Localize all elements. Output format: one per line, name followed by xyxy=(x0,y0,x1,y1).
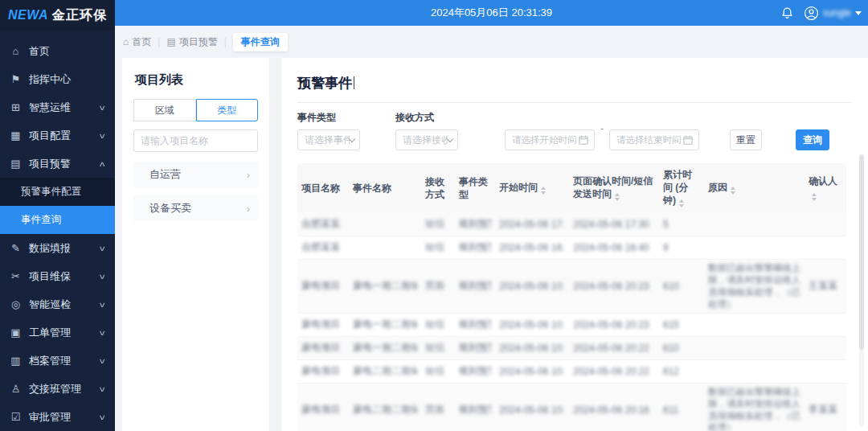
cell-confirmer: 王某某 xyxy=(809,279,842,293)
warning-events-panel: 预警事件 事件类型 请选择事件... 接收方式 请选择接收... xyxy=(281,58,868,431)
menu-icon: ✂ xyxy=(10,270,22,282)
project-tabs: 区域 类型 xyxy=(133,99,258,121)
events-title-row: 预警事件 xyxy=(297,68,852,103)
project-tab[interactable]: 区域 xyxy=(133,99,196,121)
sidebar-item-label: 工单管理 xyxy=(29,326,96,340)
cell-project-name: 蒙电项目 xyxy=(301,341,345,355)
table-header-cell[interactable]: 事件类型 xyxy=(455,163,495,212)
events-table: 项目名称 事件名称 接收方式 xyxy=(297,163,842,431)
cell-event-name: 蒙电一期二期储能项目 xyxy=(353,318,417,331)
sidebar-item-label: 项目配置 xyxy=(29,129,96,143)
table-header-cell[interactable]: 页面确认时间/短信发送时间 xyxy=(569,163,659,212)
sidebar-item-label: 智慧运维 xyxy=(29,101,96,115)
table-row: 蒙电项目 蒙电二期二期储能项目 页面 规则预警 2024-05-06 10:05… xyxy=(297,383,846,431)
sidebar-item[interactable]: ⊞ 智慧运维 ∨ xyxy=(0,93,115,121)
cell-receive-method: 短信 xyxy=(425,240,451,254)
table-header-cell[interactable]: 项目名称 xyxy=(297,163,349,212)
cell-project-name: 蒙电项目 xyxy=(301,318,345,331)
sidebar-item[interactable]: ⌂ 首页 xyxy=(0,37,115,65)
sidebar-item[interactable]: ✂ 项目维保 ∨ xyxy=(0,262,115,290)
breadcrumb-home[interactable]: ⌂ 首页 xyxy=(123,35,151,49)
reset-button[interactable]: 重置 xyxy=(730,129,762,150)
chevron-down-icon: ∨ xyxy=(99,273,107,281)
sort-carets-icon[interactable] xyxy=(679,199,684,207)
project-type-label: 自运营 xyxy=(149,167,247,182)
sidebar: NEWA 金正环保 ⌂ 首页 ⚑ 指挥中心 ⊞ 智慧运维 xyxy=(0,0,115,431)
cell-event-type: 规则预警 xyxy=(459,217,491,231)
sidebar-item[interactable]: ✎ 数据填报 ∨ xyxy=(0,234,115,262)
table-header-cell[interactable]: 事件名称 xyxy=(349,163,421,212)
sidebar-item[interactable]: ⚑ 指挥中心 xyxy=(0,65,115,93)
cell-receive-method: 短信 xyxy=(425,364,451,378)
sidebar-item[interactable]: ▣ 工单管理 ∨ xyxy=(0,318,115,347)
chevron-down-icon: ∨ xyxy=(99,329,107,337)
table-scrollbar xyxy=(859,154,864,426)
project-type-item[interactable]: 设备买卖 › xyxy=(133,195,258,221)
cell-start-time: 2024-05-06 10:10 xyxy=(499,366,565,377)
project-type-list: 自运营 › 设备买卖 › xyxy=(133,162,258,221)
content-area: ⌂ 首页 | ▤ 项目预警 | 事件查询 项目列表 区域 xyxy=(115,26,868,431)
cell-receive-method: 短信 xyxy=(425,318,451,331)
project-search-input[interactable] xyxy=(133,129,258,152)
column-label: 接收方式 xyxy=(425,176,444,200)
event-type-label: 事件类型 xyxy=(297,111,360,125)
column-label: 页面确认时间/短信发送时间 xyxy=(573,175,653,199)
sidebar-item[interactable]: ◎ 智能巡检 ∨ xyxy=(0,290,115,318)
cell-event-name: 蒙电一期二期储能项目 xyxy=(353,341,417,355)
sort-carets-icon[interactable] xyxy=(615,193,620,201)
sidebar-item[interactable]: ▤ 项目预警 ∧ xyxy=(0,150,115,178)
sidebar-item-label: 项目维保 xyxy=(29,269,96,284)
project-list-panel: 项目列表 区域 类型 xyxy=(122,58,269,431)
column-label: 确认人 xyxy=(809,175,837,187)
breadcrumb-current[interactable]: 事件查询 xyxy=(233,33,288,51)
sidebar-subitem[interactable]: 预警事件配置 xyxy=(0,178,115,206)
user-menu[interactable]: sungle xyxy=(804,6,862,21)
sidebar-subitem[interactable]: 事件查询 xyxy=(0,206,115,234)
column-label: 项目名称 xyxy=(301,183,340,194)
filters-bar: 事件类型 请选择事件... 接收方式 请选择接收... xyxy=(297,111,852,150)
end-date-picker[interactable]: 请选择结束时间 xyxy=(609,129,699,150)
cell-confirm-time: 2024-05-06 20:22 xyxy=(573,343,655,354)
sort-carets-icon[interactable] xyxy=(541,187,546,195)
sidebar-item[interactable]: ♙ 交接班管理 ∨ xyxy=(0,375,115,403)
table-header-cell[interactable]: 接收方式 xyxy=(421,163,455,212)
cell-project-name: 合肥某某 xyxy=(301,217,345,231)
query-button[interactable]: 查询 xyxy=(796,129,829,150)
menu-icon: ✎ xyxy=(10,242,22,254)
scrollbar-thumb[interactable] xyxy=(859,154,864,350)
table-header-cell[interactable]: 原因 xyxy=(704,163,805,212)
cell-confirm-time: 2024-05-06 16:40 xyxy=(573,242,655,253)
table-row: 蒙电项目 蒙电一期二期储能项目 页面 规则预警 2024-05-06 10:13… xyxy=(297,259,846,313)
calendar-icon xyxy=(683,135,693,145)
event-type-select[interactable]: 请选择事件... xyxy=(297,129,360,150)
cell-project-name: 合肥某某 xyxy=(301,240,345,254)
receive-method-label: 接收方式 xyxy=(395,111,458,125)
receive-method-select[interactable]: 请选择接收... xyxy=(395,129,458,150)
cell-minutes: 9 xyxy=(663,242,700,253)
project-tab[interactable]: 类型 xyxy=(196,99,259,121)
chevron-icon: ∧ xyxy=(99,160,107,168)
table-header-cell[interactable]: 累计时间 (分钟) xyxy=(659,163,704,212)
start-date-picker[interactable]: 请选择开始时间 xyxy=(505,129,595,150)
table-header-cell[interactable]: 开始时间 xyxy=(495,163,569,212)
breadcrumb-project-alert[interactable]: ▤ 项目预警 xyxy=(166,35,217,49)
sort-carets-icon[interactable] xyxy=(812,193,817,201)
breadcrumb-mid-label: 项目预警 xyxy=(179,35,218,49)
cell-project-name: 蒙电项目 xyxy=(301,279,345,293)
project-type-item[interactable]: 自运营 › xyxy=(133,162,258,187)
cell-confirm-time: 2024-05-06 20:22 xyxy=(573,366,655,377)
bell-icon[interactable] xyxy=(780,6,794,20)
cell-minutes: 611 xyxy=(663,404,700,416)
menu-icon: ◎ xyxy=(10,298,22,310)
receive-method-placeholder: 请选择接收... xyxy=(403,133,448,147)
sidebar-item[interactable]: ▦ 项目配置 ∨ xyxy=(0,121,115,150)
sort-carets-icon[interactable] xyxy=(731,187,735,195)
menu-icon: ▤ xyxy=(10,158,22,170)
cell-receive-method: 页面 xyxy=(425,279,451,293)
cell-start-time: 2024-05-06 10:05 xyxy=(499,404,565,416)
sidebar-item[interactable]: ☑ 审批管理 ∨ xyxy=(0,403,115,431)
sidebar-item[interactable]: ▥ 档案管理 ∨ xyxy=(0,347,115,375)
menu-icon: ♙ xyxy=(10,383,22,395)
cell-confirm-time: 2024-05-06 20:16 xyxy=(573,404,655,416)
table-header-cell[interactable]: 确认人 xyxy=(805,163,846,212)
